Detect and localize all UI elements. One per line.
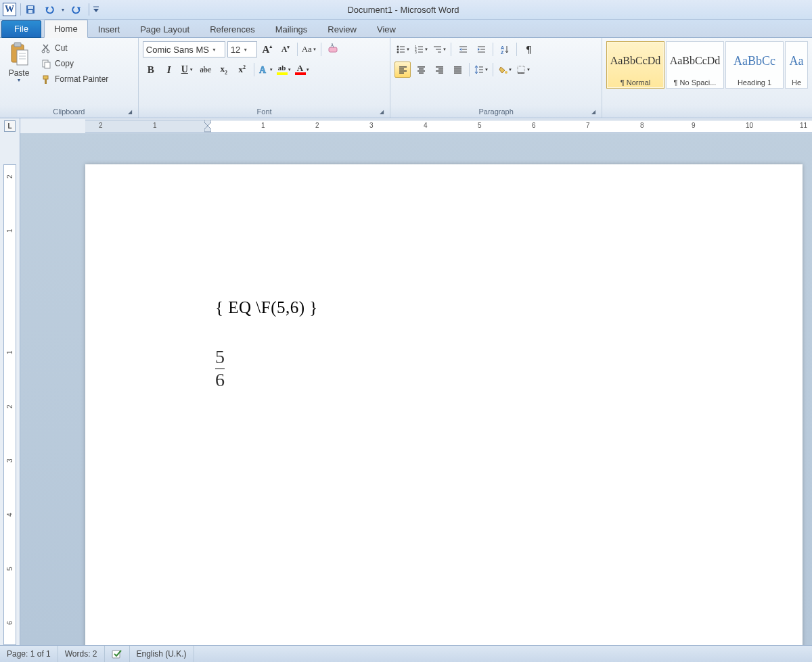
status-page[interactable]: Page: 1 of 1 — [0, 646, 58, 662]
grow-font-button[interactable]: A▴ — [259, 41, 275, 57]
window-title: Document1 - Microsoft Word — [99, 5, 708, 15]
fraction-result[interactable]: 5 6 — [215, 347, 225, 391]
fraction-numerator: 5 — [215, 347, 225, 368]
undo-dropdown[interactable]: ▼ — [60, 7, 66, 12]
svg-text:A: A — [501, 45, 504, 50]
underline-button[interactable]: U▼ — [179, 62, 196, 78]
paint-bucket-icon — [498, 65, 508, 74]
paste-button[interactable]: Paste ▼ — [4, 40, 34, 82]
clipboard-launcher[interactable]: ◢ — [125, 106, 135, 117]
qat-save-button[interactable] — [22, 1, 39, 18]
clipboard-paste-icon — [8, 41, 30, 67]
style-normal[interactable]: AaBbCcDd ¶ Normal — [606, 41, 664, 89]
bold-button[interactable]: B — [143, 62, 159, 78]
clear-formatting-button[interactable]: A — [325, 41, 341, 57]
style-heading-1[interactable]: AaBbCc Heading 1 — [725, 41, 784, 89]
tab-review[interactable]: Review — [317, 20, 367, 38]
align-left-button[interactable] — [394, 62, 411, 78]
svg-text:Z: Z — [501, 50, 504, 54]
tab-home[interactable]: Home — [44, 20, 88, 38]
numbering-button[interactable]: 123▼ — [413, 41, 429, 57]
font-color-button[interactable]: A▼ — [294, 62, 311, 78]
text-effects-icon: A — [258, 64, 269, 75]
paintbrush-icon — [41, 74, 51, 85]
status-words[interactable]: Words: 2 — [58, 646, 105, 662]
sort-button[interactable]: AZ — [497, 41, 513, 57]
decrease-indent-button[interactable] — [455, 41, 471, 57]
format-painter-button[interactable]: Format Painter — [38, 72, 111, 86]
ribbon-tabs: File Home Insert Page Layout References … — [0, 20, 812, 37]
increase-indent-button[interactable] — [473, 41, 489, 57]
svg-point-61 — [505, 71, 508, 74]
svg-rect-14 — [43, 76, 48, 79]
text-effects-button[interactable]: A▼ — [258, 62, 274, 78]
svg-point-10 — [42, 50, 45, 53]
tab-view[interactable]: View — [367, 20, 406, 38]
field-code-text[interactable]: { EQ \F(5,6) } — [215, 298, 803, 317]
superscript-button[interactable]: x2 — [234, 62, 250, 78]
group-label-paragraph: Paragraph — [478, 108, 513, 116]
show-marks-button[interactable]: ¶ — [520, 41, 537, 57]
svg-point-21 — [397, 49, 399, 51]
align-center-button[interactable] — [413, 62, 429, 78]
subscript-button[interactable]: x2 — [216, 62, 232, 78]
multilevel-list-button[interactable]: ▼ — [431, 41, 447, 57]
italic-button[interactable]: I — [161, 62, 177, 78]
qat-redo-button[interactable] — [68, 1, 85, 18]
status-bar: Page: 1 of 1 Words: 2 English (U.K.) — [0, 645, 812, 662]
line-spacing-button[interactable]: ▼ — [473, 62, 489, 78]
align-right-button[interactable] — [431, 62, 447, 78]
scissors-icon — [41, 43, 51, 53]
tab-references[interactable]: References — [200, 20, 265, 38]
svg-rect-13 — [45, 62, 50, 68]
shrink-font-button[interactable]: A▾ — [277, 41, 294, 57]
style-no-spacing[interactable]: AaBbCcDd ¶ No Spaci... — [666, 41, 724, 89]
svg-text:A: A — [259, 65, 267, 75]
group-label-clipboard: Clipboard — [53, 108, 85, 116]
status-language[interactable]: English (U.K.) — [130, 646, 194, 662]
document-page[interactable]: { EQ \F(5,6) } 5 6 — [85, 164, 803, 645]
tab-page-layout[interactable]: Page Layout — [130, 20, 200, 38]
copy-button[interactable]: Copy — [38, 57, 111, 70]
tab-file[interactable]: File — [1, 20, 41, 38]
svg-rect-62 — [518, 66, 524, 73]
tab-mailings[interactable]: Mailings — [265, 20, 318, 38]
tab-insert[interactable]: Insert — [88, 20, 131, 38]
qat-undo-button[interactable] — [41, 1, 58, 18]
proofing-icon — [112, 649, 122, 659]
qat-customize-dropdown[interactable] — [93, 6, 99, 13]
ribbon: Paste ▼ Cut Copy Format Painter — [0, 37, 812, 118]
strikethrough-button[interactable]: abc — [198, 62, 214, 78]
copy-icon — [41, 58, 51, 69]
svg-rect-1 — [28, 6, 33, 9]
hanging-indent-marker[interactable] — [204, 126, 211, 138]
highlight-button[interactable]: ab▼ — [276, 62, 292, 78]
svg-rect-5 — [14, 43, 21, 47]
font-launcher[interactable]: ◢ — [376, 106, 387, 117]
svg-point-19 — [397, 46, 399, 48]
svg-text:3: 3 — [415, 50, 417, 54]
svg-text:A: A — [330, 43, 334, 49]
tab-selector[interactable]: L — [4, 120, 16, 132]
horizontal-ruler[interactable]: 2 1 1 2 3 4 5 6 7 8 9 10 11 — [85, 120, 812, 133]
svg-point-23 — [397, 51, 399, 53]
svg-point-11 — [47, 50, 49, 53]
justify-button[interactable] — [449, 62, 466, 78]
title-bar: W ▼ Document1 - Microsoft Word — [0, 0, 812, 20]
bullets-button[interactable]: ▼ — [394, 41, 411, 57]
eraser-icon: A — [327, 43, 339, 55]
change-case-button[interactable]: Aa▼ — [301, 41, 317, 57]
svg-rect-15 — [45, 79, 47, 84]
status-proofing[interactable] — [105, 646, 130, 662]
cut-button[interactable]: Cut — [38, 41, 111, 55]
borders-button[interactable]: ▼ — [515, 62, 531, 78]
svg-rect-2 — [28, 10, 32, 13]
group-label-font: Font — [257, 108, 272, 116]
font-size-combo[interactable]: 12▼ — [227, 41, 257, 57]
word-app-icon[interactable]: W — [3, 3, 16, 16]
font-name-combo[interactable]: Comic Sans MS▼ — [143, 41, 225, 57]
vertical-ruler[interactable]: 2 1 1 2 3 4 5 6 — [3, 164, 16, 645]
paragraph-launcher[interactable]: ◢ — [588, 106, 599, 117]
style-heading-2[interactable]: Aa He — [785, 41, 808, 89]
shading-button[interactable]: ▼ — [497, 62, 513, 78]
